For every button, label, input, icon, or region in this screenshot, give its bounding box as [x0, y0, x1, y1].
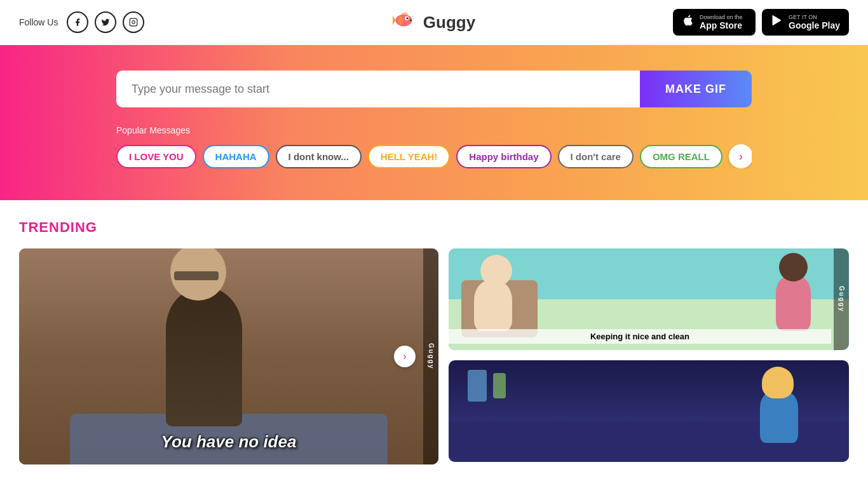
- svg-point-5: [406, 17, 408, 19]
- svg-point-2: [396, 14, 412, 26]
- gif-small-1-subtitle: Keeping it nice and clean: [449, 329, 831, 344]
- trending-gif-large[interactable]: You have no idea › Guggy: [19, 248, 438, 464]
- gif-grid: You have no idea › Guggy: [19, 248, 849, 464]
- message-input[interactable]: [116, 71, 640, 107]
- twitter-icon[interactable]: [95, 11, 116, 33]
- google-play-icon: [771, 14, 783, 30]
- pills-next-button[interactable]: ›: [729, 144, 752, 168]
- svg-rect-0: [130, 18, 138, 26]
- trending-section: TRENDING You have no idea › Guggy: [0, 200, 868, 477]
- pill-i-love-you[interactable]: I LOVE YOU: [116, 145, 196, 168]
- svg-point-7: [410, 19, 412, 21]
- pill-i-dont-care[interactable]: I don't care: [558, 145, 634, 168]
- hero-section: MAKE GIF Popular Messages I LOVE YOU HAH…: [0, 45, 868, 200]
- gif-right-column: Keeping it nice and clean Guggy: [449, 248, 849, 464]
- guggy-watermark-large: Guggy: [423, 248, 438, 464]
- site-header: Follow Us: [0, 0, 868, 45]
- follow-us-area: Follow Us: [19, 11, 144, 33]
- gif-large-subtitle: You have no idea: [19, 432, 438, 452]
- logo-area: Guggy: [393, 9, 475, 36]
- pill-happy-birthday[interactable]: Happy birthday: [456, 145, 551, 168]
- search-row: MAKE GIF: [116, 71, 752, 107]
- pill-hell-yeah[interactable]: HELL YEAH!: [368, 145, 450, 168]
- guggy-watermark-small-1: Guggy: [834, 248, 849, 350]
- pill-omg-really[interactable]: OMG REALL: [640, 145, 722, 168]
- logo-fish-icon: [393, 9, 418, 36]
- follow-us-label: Follow Us: [19, 17, 58, 27]
- trending-gif-small-1[interactable]: Keeping it nice and clean Guggy: [449, 248, 849, 350]
- gif-large-arrow-button[interactable]: ›: [394, 346, 416, 367]
- google-play-button[interactable]: GET IT ON Google Play: [762, 9, 849, 36]
- google-play-top-text: GET IT ON: [789, 14, 840, 20]
- apple-icon: [682, 14, 695, 30]
- popular-messages-label: Popular Messages: [116, 125, 752, 135]
- trending-title: TRENDING: [19, 219, 849, 236]
- pill-hahaha[interactable]: HAHAHA: [203, 145, 269, 168]
- pills-row: I LOVE YOU HAHAHA I dont know... HELL YE…: [116, 144, 752, 168]
- google-play-bottom-text: Google Play: [789, 20, 840, 30]
- instagram-icon[interactable]: [123, 11, 144, 33]
- app-store-top-text: Download on the: [700, 14, 743, 20]
- svg-point-6: [398, 16, 403, 24]
- svg-marker-3: [393, 15, 396, 25]
- google-play-text: GET IT ON Google Play: [789, 14, 840, 30]
- logo-text: Guggy: [423, 13, 475, 32]
- app-store-text: Download on the App Store: [700, 14, 743, 30]
- make-gif-button[interactable]: MAKE GIF: [640, 71, 752, 107]
- app-store-button[interactable]: Download on the App Store: [673, 9, 756, 36]
- trending-gif-small-2[interactable]: [449, 360, 849, 462]
- facebook-icon[interactable]: [67, 11, 88, 33]
- pill-i-dont-know[interactable]: I dont know...: [276, 145, 362, 168]
- app-store-bottom-text: App Store: [700, 20, 743, 30]
- store-buttons-area: Download on the App Store GET IT ON Goog…: [673, 9, 849, 36]
